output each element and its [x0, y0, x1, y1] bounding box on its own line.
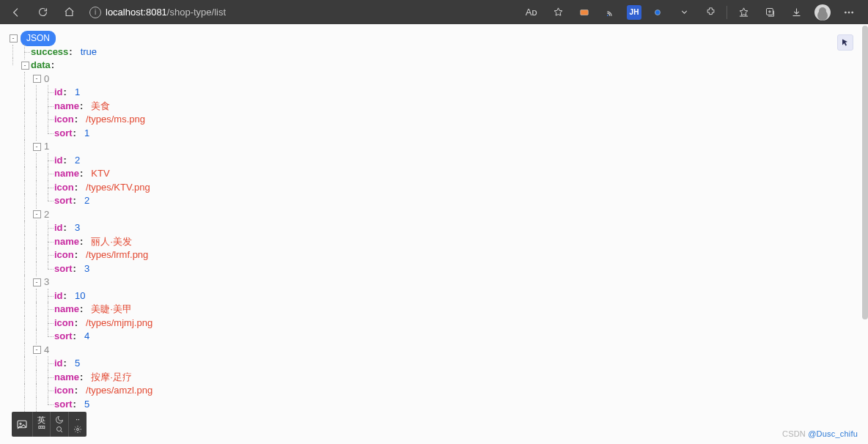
- url-port: :8081: [143, 7, 167, 18]
- ime-kb-label: 罒: [38, 425, 45, 434]
- json-key: icon: [54, 317, 74, 330]
- browser-toolbar: i localhost:8081/shop-type/list Aᴅ JH: [0, 0, 868, 24]
- json-value: 3: [75, 221, 80, 235]
- json-value: /types/amzl.png: [86, 384, 152, 398]
- json-array-index: 0: [44, 73, 49, 86]
- json-key: icon: [54, 181, 74, 195]
- json-key: name: [54, 371, 79, 385]
- json-value: 1: [84, 127, 89, 141]
- json-key: id: [54, 289, 63, 303]
- json-value: 5: [84, 398, 89, 412]
- page-viewport: - JSON success: true - data: -0id:1name:…: [0, 24, 868, 444]
- vertical-scrollbar[interactable]: [862, 24, 868, 444]
- ime-lang-toggle[interactable]: 英 罒: [32, 412, 50, 437]
- json-key: sort: [54, 194, 73, 208]
- toolbar-separator: [727, 6, 727, 19]
- favorite-star-icon[interactable]: [548, 2, 568, 23]
- svg-point-5: [848, 11, 850, 12]
- json-value: 3: [84, 262, 89, 276]
- collections-icon[interactable]: [760, 2, 780, 23]
- ime-mode[interactable]: [50, 412, 68, 437]
- json-root-badge: JSON: [21, 31, 56, 46]
- json-key: name: [54, 167, 79, 181]
- json-value: 1: [75, 86, 80, 100]
- json-key: sort: [54, 127, 73, 141]
- json-key: id: [54, 357, 63, 371]
- json-value: 按摩·足疗: [91, 371, 132, 385]
- json-value: KTV: [91, 167, 109, 181]
- read-aloud-icon[interactable]: Aᴅ: [521, 2, 542, 23]
- json-key: icon: [54, 248, 74, 262]
- json-array-index: 1: [44, 140, 49, 154]
- extension-jh-icon[interactable]: JH: [627, 5, 641, 20]
- svg-point-1: [607, 15, 608, 16]
- address-bar[interactable]: i localhost:8081/shop-type/list: [84, 2, 232, 23]
- json-val-success: true: [81, 45, 97, 59]
- json-key: icon: [54, 384, 74, 398]
- svg-point-2: [655, 10, 661, 15]
- json-value: /types/lrmf.png: [86, 248, 148, 262]
- watermark: CSDN @Dusc_chifu: [782, 429, 858, 438]
- collapse-toggle-item[interactable]: -: [33, 346, 41, 354]
- json-key: id: [54, 221, 63, 235]
- svg-point-6: [852, 11, 853, 12]
- site-info-icon[interactable]: i: [89, 7, 101, 18]
- svg-point-4: [845, 11, 846, 12]
- collapse-toggle-item[interactable]: -: [33, 143, 41, 151]
- svg-rect-0: [581, 10, 589, 15]
- extension-icon-1[interactable]: [574, 2, 595, 23]
- ime-image-icon[interactable]: [12, 412, 32, 437]
- json-value: 2: [84, 194, 89, 208]
- json-value: /types/mjmj.png: [86, 317, 152, 330]
- json-key: sort: [54, 330, 73, 344]
- collapse-toggle-data[interactable]: -: [21, 62, 29, 70]
- ime-settings[interactable]: ··: [68, 412, 87, 437]
- svg-point-8: [20, 423, 21, 424]
- json-key: sort: [54, 262, 73, 276]
- json-value: /types/ms.png: [86, 113, 145, 127]
- json-viewer-pointer-icon[interactable]: [837, 34, 853, 51]
- json-key-data: data: [31, 59, 51, 73]
- json-key: id: [54, 86, 63, 100]
- favorites-bar-icon[interactable]: [733, 2, 754, 23]
- url-host: localhost: [106, 7, 143, 18]
- toolbar-right: Aᴅ JH: [521, 2, 864, 23]
- extension-dot-icon[interactable]: [647, 2, 668, 23]
- json-value: 美睫·美甲: [91, 303, 132, 317]
- url-path: /shop-type/list: [167, 7, 226, 18]
- profile-avatar[interactable]: [812, 2, 833, 23]
- json-key: name: [54, 100, 79, 114]
- json-value: 10: [75, 289, 85, 303]
- json-value: 丽人·美发: [91, 235, 132, 249]
- menu-dots-icon[interactable]: [839, 2, 859, 23]
- json-array-index: 3: [44, 275, 49, 289]
- downloads-icon[interactable]: [786, 2, 806, 23]
- extensions-icon[interactable]: [700, 2, 721, 23]
- refresh-button[interactable]: [31, 2, 54, 23]
- json-key: id: [54, 154, 63, 168]
- json-key: sort: [54, 398, 73, 412]
- collapse-toggle-item[interactable]: -: [33, 278, 41, 286]
- json-key: icon: [54, 113, 74, 127]
- svg-point-10: [77, 428, 79, 430]
- json-value: 2: [75, 154, 80, 168]
- json-array-index: 4: [44, 344, 49, 358]
- back-button[interactable]: [4, 2, 28, 23]
- json-value: 4: [84, 330, 89, 344]
- collapse-toggle-item[interactable]: -: [33, 75, 41, 83]
- json-viewer: - JSON success: true - data: -0id:1name:…: [0, 24, 862, 444]
- json-value: 美食: [91, 100, 110, 114]
- cast-icon[interactable]: [600, 2, 621, 23]
- svg-point-9: [57, 426, 62, 431]
- collapse-toggle-root[interactable]: -: [10, 34, 18, 42]
- json-key: name: [54, 303, 79, 317]
- json-value: 5: [75, 357, 80, 371]
- json-array-index: 2: [44, 208, 49, 222]
- home-button[interactable]: [57, 2, 81, 23]
- ime-toolbar[interactable]: 英 罒 ··: [12, 412, 87, 437]
- collapse-toggle-item[interactable]: -: [33, 210, 41, 218]
- chevron-down-icon[interactable]: [674, 2, 694, 23]
- ime-lang-label: 英: [37, 415, 45, 424]
- json-key: name: [54, 235, 79, 249]
- json-key-success: success: [31, 45, 68, 59]
